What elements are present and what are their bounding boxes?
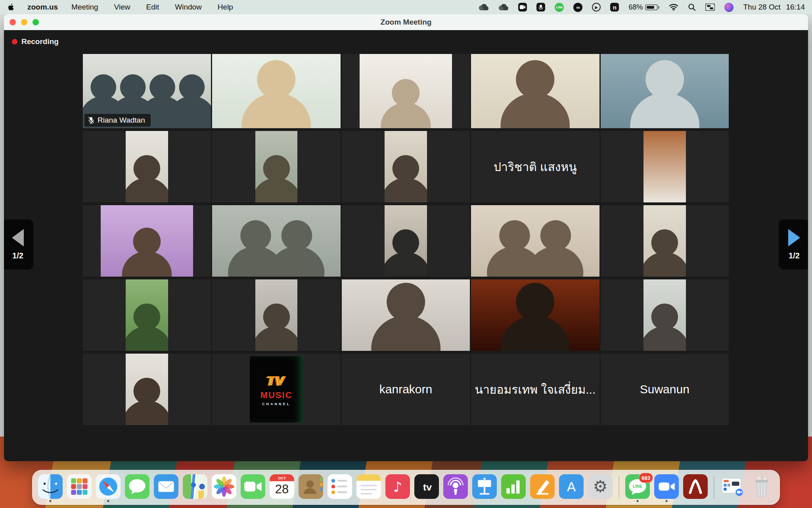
participant-tile[interactable] (83, 131, 211, 202)
page-indicator-right: 1/2 (789, 251, 800, 260)
participant-tile[interactable] (601, 131, 729, 202)
participant-tile[interactable] (601, 279, 729, 351)
finder-app-icon (38, 474, 63, 499)
dock-appletv-icon[interactable]: tv (414, 473, 439, 502)
participant-video (360, 54, 452, 128)
dock-reminders-icon[interactable] (327, 473, 352, 502)
participant-tile[interactable]: Riana Wadtan (83, 54, 211, 128)
menubar-clock[interactable]: Thu 28 Oct 16:14 (743, 3, 805, 12)
control-center-icon[interactable] (705, 2, 715, 12)
participant-logo-video: TVMUSICCHANNEL (250, 356, 303, 423)
participant-tile[interactable] (471, 205, 599, 277)
participant-tile[interactable] (342, 54, 470, 128)
dock-notes-icon[interactable] (356, 473, 381, 502)
play-status-icon[interactable]: ▶ (592, 3, 601, 12)
dock-keynote-icon[interactable] (472, 473, 497, 502)
notion-status-icon[interactable]: n (610, 3, 619, 12)
battery-percent: 68% (628, 3, 643, 12)
mic-muted-icon (88, 117, 94, 124)
dock-trash-icon[interactable] (749, 473, 774, 502)
menu-item-window[interactable]: Window (175, 3, 202, 12)
participant-video (255, 279, 298, 351)
participant-tile[interactable] (342, 279, 470, 351)
dock-podcasts-icon[interactable] (443, 473, 468, 502)
participant-video (385, 205, 427, 277)
svg-text:⚙: ⚙ (593, 477, 607, 496)
dock-mail-icon[interactable] (154, 473, 178, 502)
cloud-sync-icon[interactable] (479, 2, 489, 12)
dock-launchpad-icon[interactable] (67, 473, 92, 502)
dock-numbers-icon[interactable] (501, 473, 526, 502)
participant-tile[interactable] (601, 205, 729, 277)
dock-music-icon[interactable]: ♪ (385, 473, 410, 502)
running-indicator-dot (666, 500, 668, 502)
previous-page-button[interactable]: 1/2 (4, 219, 33, 269)
dock-minimized-window-icon[interactable] (720, 473, 745, 502)
dock-safari-icon[interactable] (96, 473, 121, 502)
siri-icon[interactable] (724, 3, 733, 12)
menu-item-edit[interactable]: Edit (146, 3, 159, 12)
participant-tile[interactable] (83, 205, 211, 277)
apple-menu-icon[interactable] (7, 2, 14, 12)
participant-tile[interactable] (601, 54, 729, 128)
participant-video (212, 205, 340, 277)
participant-tile[interactable] (342, 205, 470, 277)
participant-name-label: Riana Wadtan (84, 114, 151, 127)
dock-contacts-icon[interactable] (299, 473, 323, 502)
pages-app-icon (530, 474, 555, 499)
dock-messages-icon[interactable] (125, 473, 149, 502)
logo-tv-text: TV (268, 373, 285, 389)
wifi-icon[interactable] (669, 2, 678, 12)
maps-app-icon (183, 474, 207, 499)
battery-indicator[interactable]: 68% (628, 3, 659, 12)
dock-settings-icon[interactable]: ⚙ (588, 473, 613, 502)
participant-name: Riana Wadtan (98, 116, 145, 125)
creative-cloud-icon[interactable]: ∞ (573, 3, 582, 12)
participant-name: Suwanun (601, 354, 729, 425)
menu-item-help[interactable]: Help (218, 3, 233, 12)
dock-appstore-icon[interactable]: A (559, 473, 584, 502)
participant-video (643, 279, 686, 351)
line-status-icon[interactable]: LINE (555, 3, 564, 12)
next-page-button[interactable]: 1/2 (779, 219, 808, 269)
dock-acrobat-icon[interactable] (683, 473, 708, 502)
participant-tile[interactable] (471, 279, 599, 351)
dock-pages-icon[interactable] (530, 473, 555, 502)
dock-finder-icon[interactable] (38, 473, 63, 502)
participant-tile[interactable] (212, 54, 340, 128)
participant-video (126, 279, 168, 351)
participant-tile[interactable] (342, 131, 470, 202)
recording-label: Recording (21, 37, 59, 46)
dock-facetime-icon[interactable] (241, 473, 265, 502)
record-app-icon[interactable] (536, 3, 545, 12)
participant-tile[interactable]: ปาริชาติ แสงหนู (471, 131, 599, 202)
participant-name: นายอมรเทพ ใจเสงี่ยม... (471, 354, 599, 425)
numbers-app-icon (501, 474, 526, 499)
dock-line-icon[interactable]: LINE683 (625, 473, 650, 502)
trash-app-icon (749, 474, 774, 499)
dock-zoom-icon[interactable] (654, 473, 679, 502)
participant-tile[interactable] (212, 205, 340, 277)
macos-menubar: zoom.us MeetingViewEditWindowHelp LINE ∞… (0, 0, 812, 14)
dock-maps-icon[interactable] (183, 473, 207, 502)
participant-tile[interactable] (83, 354, 211, 425)
dock-photos-icon[interactable] (212, 473, 236, 502)
spotlight-search-icon[interactable] (688, 2, 696, 12)
window-titlebar[interactable]: Zoom Meeting (4, 14, 808, 30)
zoom-app-icon (654, 474, 679, 499)
participant-tile[interactable]: kanrakorn (342, 354, 470, 425)
menu-item-view[interactable]: View (114, 3, 130, 12)
menubar-app-name[interactable]: zoom.us (27, 3, 58, 12)
participant-tile[interactable] (471, 54, 599, 128)
menu-item-meeting[interactable]: Meeting (71, 3, 98, 12)
participant-tile[interactable]: นายอมรเทพ ใจเสงี่ยม... (471, 354, 599, 425)
participant-tile[interactable]: Suwanun (601, 354, 729, 425)
participant-tile[interactable] (212, 131, 340, 202)
participant-tile[interactable]: TVMUSICCHANNEL (212, 354, 340, 425)
macos-dock: OCT28♪tvA⚙LINE683 (32, 470, 780, 505)
participant-tile[interactable] (83, 279, 211, 351)
cloud-sync-icon-2[interactable] (498, 2, 509, 12)
dock-calendar-icon[interactable]: OCT28 (270, 473, 294, 502)
participant-tile[interactable] (212, 279, 340, 351)
camera-app-icon[interactable] (518, 3, 527, 12)
